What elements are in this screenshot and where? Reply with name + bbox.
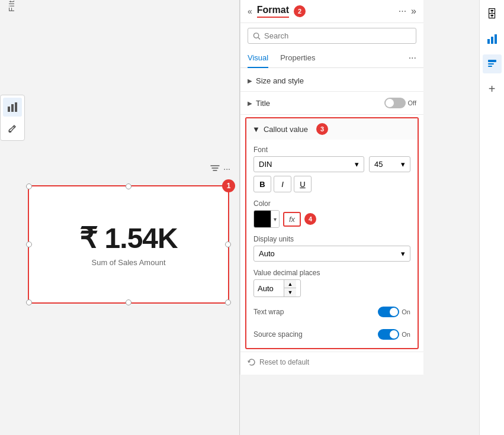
decimal-places-value[interactable]: [254, 282, 284, 295]
format-brush-icon: [486, 58, 498, 70]
resize-handle-bl[interactable]: [26, 299, 32, 305]
chart-type-button[interactable]: [3, 98, 22, 117]
display-units-value: Auto: [259, 249, 275, 258]
format-icon-button[interactable]: [483, 54, 502, 73]
text-wrap-row: Text wrap On: [253, 304, 410, 320]
svg-line-6: [258, 37, 260, 39]
resize-handle-ml[interactable]: [26, 241, 32, 247]
analytics-icon-button[interactable]: [483, 30, 502, 49]
svg-rect-9: [495, 34, 497, 44]
brush-button[interactable]: [3, 119, 22, 138]
font-size-dropdown[interactable]: 45 ▾: [369, 156, 410, 172]
left-toolbar: [0, 95, 25, 141]
resize-handle-tl[interactable]: [26, 183, 32, 189]
search-input[interactable]: [264, 31, 411, 40]
resize-handle-tm[interactable]: [126, 183, 131, 189]
visual-card[interactable]: 1 ₹ 1.54K Sum of Sales Amount: [28, 185, 229, 304]
text-wrap-toggle-group: On: [378, 307, 410, 317]
filter-icon[interactable]: [210, 164, 220, 173]
decimal-spinner-btns: ▲ ▼: [284, 280, 296, 297]
font-row: DIN ▾ 45 ▾: [253, 156, 410, 172]
source-spacing-knob: [390, 330, 398, 339]
bold-button[interactable]: B: [253, 176, 271, 192]
text-wrap-label: Text wrap: [253, 308, 284, 316]
decimal-places-input: ▲ ▼: [253, 279, 301, 297]
callout-header[interactable]: ▼ Callout value 3: [246, 118, 418, 140]
decimal-places-group: Value decimal places ▲ ▼: [253, 269, 410, 297]
decimal-down-button[interactable]: ▼: [284, 288, 296, 297]
analytics-icon: [486, 33, 498, 45]
color-box: [254, 211, 271, 227]
database-icon-button[interactable]: 🗄: [483, 5, 502, 24]
size-style-section[interactable]: ▶ Size and style: [240, 70, 423, 92]
display-units-chevron: ▾: [401, 249, 405, 258]
color-chevron[interactable]: ▾: [271, 211, 279, 227]
callout-section: ▼ Callout value 3 Font DIN ▾: [245, 117, 419, 349]
panel-title: Format: [257, 5, 289, 18]
text-wrap-toggle[interactable]: [378, 307, 399, 317]
reset-label: Reset to default: [259, 358, 309, 366]
canvas-area: Filters ···: [0, 0, 240, 435]
callout-label: Callout value: [264, 125, 308, 134]
italic-button[interactable]: I: [274, 176, 291, 192]
underline-button[interactable]: U: [294, 176, 312, 192]
filters-label: Filters: [8, 0, 16, 12]
text-wrap-knob: [390, 308, 398, 316]
title-toggle: Off: [384, 98, 416, 108]
chart-icon: [7, 102, 18, 112]
collapse-panel-icon[interactable]: «: [248, 7, 252, 16]
fx-button[interactable]: fx: [283, 212, 301, 227]
source-spacing-row: Source spacing On: [253, 327, 410, 342]
title-section[interactable]: ▶ Title Off: [240, 92, 423, 115]
size-style-label: Size and style: [256, 76, 304, 85]
brush-icon: [7, 123, 18, 134]
right-panel: « Format 2 ··· » Visual Properties ···: [240, 0, 423, 375]
format-buttons: B I U: [253, 176, 410, 192]
svg-rect-10: [488, 60, 496, 62]
tab-properties[interactable]: Properties: [280, 49, 315, 68]
tabs-row: Visual Properties ···: [240, 49, 423, 68]
font-group: Font DIN ▾ 45 ▾ B: [253, 146, 410, 192]
title-toggle-knob: [386, 99, 394, 107]
tabs-more-icon[interactable]: ···: [409, 53, 416, 63]
svg-rect-4: [9, 131, 11, 133]
color-label: Color: [253, 199, 410, 208]
source-spacing-toggle[interactable]: [378, 329, 399, 340]
reset-row[interactable]: Reset to default: [240, 352, 423, 372]
svg-rect-12: [488, 66, 492, 67]
title-toggle-switch[interactable]: [384, 98, 406, 108]
italic-label: I: [281, 180, 284, 189]
add-icon-button[interactable]: +: [483, 79, 502, 98]
underline-label: U: [300, 180, 305, 189]
font-label: Font: [253, 146, 410, 154]
text-wrap-state: On: [402, 308, 410, 315]
format-badge: 2: [294, 5, 306, 17]
font-size-chevron: ▾: [401, 160, 405, 169]
search-box: [248, 28, 416, 44]
font-family-chevron: ▾: [355, 160, 359, 169]
svg-rect-1: [11, 104, 14, 112]
resize-handle-bm[interactable]: [126, 299, 131, 305]
tab-visual[interactable]: Visual: [248, 49, 268, 68]
font-size-value: 45: [374, 160, 383, 169]
svg-rect-7: [487, 39, 490, 44]
svg-rect-11: [488, 63, 494, 65]
color-group: Color ▾ fx 4: [253, 199, 410, 228]
callout-body: Font DIN ▾ 45 ▾ B: [246, 140, 418, 348]
resize-handle-br[interactable]: [225, 299, 231, 305]
resize-handle-mr[interactable]: [225, 241, 231, 247]
canvas-content: ··· 1 ₹ 1.54K Sum of Sales Amount: [30, 89, 227, 399]
display-units-group: Display units Auto ▾: [253, 235, 410, 262]
decimal-up-button[interactable]: ▲: [284, 280, 296, 288]
reset-icon: [248, 358, 256, 366]
source-spacing-toggle-group: On: [378, 329, 410, 340]
color-swatch[interactable]: ▾: [253, 210, 280, 228]
card-more-icon[interactable]: ···: [223, 164, 230, 173]
panel-nav-icon[interactable]: »: [411, 6, 416, 17]
fx-label: fx: [289, 215, 295, 224]
font-family-dropdown[interactable]: DIN ▾: [253, 156, 364, 172]
card-subtitle: Sum of Sales Amount: [91, 258, 165, 267]
decimal-places-label: Value decimal places: [253, 269, 410, 277]
panel-more-icon[interactable]: ···: [399, 6, 406, 17]
display-units-dropdown[interactable]: Auto ▾: [253, 246, 410, 262]
